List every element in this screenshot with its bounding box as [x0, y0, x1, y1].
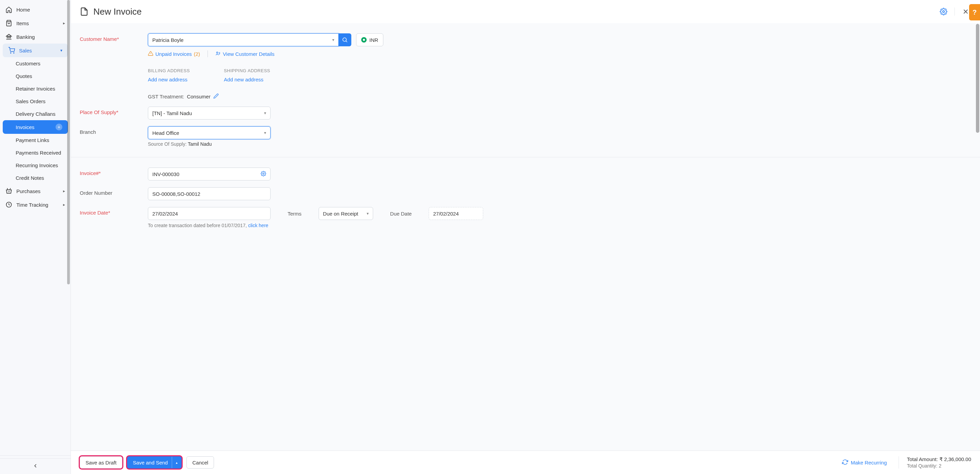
view-customer-details-link[interactable]: View Customer Details	[215, 51, 274, 57]
help-button[interactable]: ?	[969, 4, 980, 21]
nav-time-tracking-label: Time Tracking	[16, 202, 48, 208]
save-as-draft-button[interactable]: Save as Draft	[80, 456, 123, 469]
invoice-date-value: 27/02/2024	[152, 211, 178, 217]
nav-invoices[interactable]: Invoices +	[3, 120, 68, 134]
save-and-send-dropdown[interactable]: ▴	[172, 457, 181, 468]
gst-treatment-value: Consumer	[187, 94, 210, 100]
nav-banking-label: Banking	[16, 34, 35, 40]
customer-search-button[interactable]	[338, 33, 351, 46]
invoice-number-value: INV-000030	[152, 171, 179, 177]
nav-home-label: Home	[16, 7, 30, 13]
header-divider	[955, 8, 955, 16]
place-of-supply-select[interactable]: [TN] - Tamil Nadu ▾	[148, 106, 270, 119]
customer-name-select[interactable]: Patricia Boyle ▾	[148, 33, 339, 46]
invoice-number-settings-button[interactable]	[261, 171, 266, 178]
invoice-number-label: Invoice#*	[80, 168, 148, 176]
currency-dot-icon	[361, 37, 367, 43]
make-recurring-link[interactable]: Make Recurring	[842, 459, 887, 466]
branch-label: Branch	[80, 126, 148, 135]
refresh-icon	[842, 459, 848, 466]
currency-label: INR	[369, 37, 378, 43]
nav-customers[interactable]: Customers	[0, 57, 70, 70]
document-icon	[80, 7, 89, 16]
details-icon	[215, 51, 221, 57]
sidebar-collapse-button[interactable]	[0, 458, 70, 474]
branch-value: Head Office	[152, 130, 179, 136]
nav-delivery-challans[interactable]: Delivery Challans	[0, 108, 70, 120]
shipping-address-title: SHIPPING ADDRESS	[224, 68, 270, 73]
nav-recurring-invoices[interactable]: Recurring Invoices	[0, 159, 70, 172]
place-of-supply-value: [TN] - Tamil Nadu	[152, 110, 192, 116]
sales-subitems: Customers Quotes Retainer Invoices Sales…	[0, 57, 70, 184]
total-amount-label: Total Amount:	[907, 456, 938, 462]
invoice-date-input[interactable]: 27/02/2024	[148, 207, 270, 220]
nav-retainer-invoices[interactable]: Retainer Invoices	[0, 82, 70, 95]
invoice-date-label: Invoice Date*	[80, 207, 148, 216]
nav-time-tracking[interactable]: Time Tracking	[0, 198, 70, 211]
total-amount-value: ₹ 2,36,000.00	[939, 456, 971, 462]
cart-icon	[8, 47, 15, 54]
svg-point-5	[216, 52, 218, 53]
nav-sales-label: Sales	[19, 48, 32, 54]
total-quantity-label: Total Quantity:	[907, 463, 938, 469]
sidebar-scrollbar[interactable]	[67, 0, 70, 284]
page-header: New Invoice ?	[71, 0, 980, 23]
clock-icon	[5, 201, 12, 208]
currency-button[interactable]: INR	[356, 33, 383, 46]
bag-icon	[5, 20, 12, 27]
nav-items[interactable]: Items	[0, 16, 70, 30]
order-number-label: Order Number	[80, 187, 148, 196]
main-content: New Invoice ? Customer Name*	[71, 0, 980, 474]
chevron-left-icon	[32, 464, 38, 470]
nav-home[interactable]: Home	[0, 3, 70, 16]
terms-value: Due on Receipt	[323, 211, 358, 217]
branch-select[interactable]: Head Office ▾	[148, 126, 270, 139]
nav-purchases[interactable]: Purchases	[0, 184, 70, 198]
cancel-button[interactable]: Cancel	[186, 456, 214, 469]
nav-payments-received[interactable]: Payments Received	[0, 146, 70, 159]
bank-icon	[5, 33, 12, 40]
add-shipping-address-link[interactable]: Add new address	[224, 77, 270, 82]
footer-bar: Save as Draft Save and Send ▴ Cancel Mak…	[71, 450, 980, 474]
source-of-supply-value: Tamil Nadu	[188, 141, 212, 147]
invoice-number-input[interactable]: INV-000030	[148, 168, 270, 181]
terms-select[interactable]: Due on Receipt ▾	[318, 207, 373, 220]
due-date-value: 27/02/2024	[433, 211, 459, 217]
due-date-label: Due Date	[390, 211, 412, 217]
nav-banking[interactable]: Banking	[0, 30, 70, 44]
nav-items-label: Items	[16, 21, 29, 26]
backdate-hint-text: To create transaction dated before 01/07…	[148, 223, 248, 228]
nav-sales-orders[interactable]: Sales Orders	[0, 95, 70, 108]
svg-point-3	[942, 11, 945, 13]
section-divider	[71, 157, 980, 157]
edit-gst-button[interactable]	[213, 93, 219, 100]
svg-point-0	[11, 53, 11, 54]
add-billing-address-link[interactable]: Add new address	[148, 77, 190, 82]
chevron-down-icon: ▾	[264, 111, 266, 116]
nav-credit-notes[interactable]: Credit Notes	[0, 172, 70, 184]
unpaid-count: (2)	[194, 51, 200, 57]
svg-point-6	[263, 173, 264, 174]
backdate-click-here-link[interactable]: click here	[248, 223, 268, 228]
terms-label: Terms	[288, 211, 302, 217]
settings-button[interactable]	[938, 6, 949, 17]
billing-address-title: BILLING ADDRESS	[148, 68, 190, 73]
warning-icon	[148, 51, 153, 57]
customer-name-value: Patricia Boyle	[152, 37, 184, 43]
nav-quotes[interactable]: Quotes	[0, 70, 70, 82]
svg-point-1	[14, 53, 14, 54]
gst-treatment-label: GST Treatment:	[148, 94, 184, 100]
save-and-send-button[interactable]: Save and Send ▴	[127, 456, 182, 469]
sidebar: Home Items Banking Sales	[0, 0, 71, 474]
total-quantity-value: 2	[939, 463, 942, 469]
source-of-supply-label: Source Of Supply:	[148, 141, 187, 147]
footer-totals: Total Amount: ₹ 2,36,000.00 Total Quanti…	[899, 456, 971, 469]
customer-name-label: Customer Name*	[80, 33, 148, 42]
main-scrollbar[interactable]	[976, 24, 979, 133]
nav-sales[interactable]: Sales	[3, 44, 68, 57]
due-date-input[interactable]: 27/02/2024	[429, 207, 483, 220]
unpaid-invoices-link[interactable]: Unpaid Invoices (2)	[148, 51, 200, 57]
nav-payment-links[interactable]: Payment Links	[0, 134, 70, 146]
order-number-input[interactable]: SO-00008,SO-00012	[148, 187, 270, 200]
add-invoice-icon[interactable]: +	[56, 124, 62, 130]
